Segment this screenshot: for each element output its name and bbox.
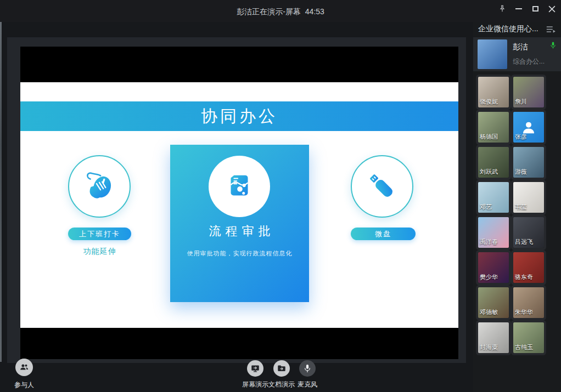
close-icon bbox=[548, 5, 556, 13]
participant-name: 骆东奇 bbox=[515, 273, 533, 281]
participant-name: 古纯玉 bbox=[515, 343, 533, 351]
doc-share-icon bbox=[277, 363, 287, 373]
meeting-timer: 44:53 bbox=[305, 7, 324, 16]
clock-in-feature-circle bbox=[68, 155, 131, 218]
mic-label: 麦克风 bbox=[295, 380, 320, 389]
approval-subtitle: 使用审批功能，实现行政流程信息化 bbox=[170, 249, 309, 258]
participants-label: 参与人 bbox=[7, 380, 42, 390]
participant-tile[interactable]: 朱华华 bbox=[513, 287, 544, 318]
participant-tile[interactable]: 韦莹 bbox=[513, 182, 544, 213]
minimize-button[interactable] bbox=[512, 3, 526, 15]
banner-dash-right bbox=[289, 115, 314, 117]
approval-title: 流程审批 bbox=[170, 223, 309, 240]
participant-name: 詹川 bbox=[515, 98, 527, 106]
presenter-info: 彭洁 综合办公... bbox=[513, 42, 545, 66]
approval-icon-circle bbox=[209, 156, 270, 217]
participant-name: 朱华华 bbox=[515, 308, 533, 316]
window-controls bbox=[495, 3, 559, 15]
participant-tile[interactable]: 游薇 bbox=[513, 147, 544, 178]
doc-share-button[interactable] bbox=[273, 360, 290, 377]
presenting-text: 彭洁正在演示-屏幕 bbox=[237, 7, 301, 16]
participant-tile[interactable]: 禹洋春 bbox=[478, 217, 509, 248]
minimize-icon bbox=[515, 8, 522, 9]
participants-button[interactable] bbox=[15, 359, 33, 376]
participant-name: 游薇 bbox=[515, 168, 527, 176]
screen-share-icon bbox=[250, 363, 260, 373]
screen-share-button[interactable] bbox=[247, 360, 263, 377]
presenting-status: 彭洁正在演示-屏幕44:53 bbox=[0, 7, 561, 17]
participant-name: 禹洋春 bbox=[480, 238, 498, 246]
mic-icon bbox=[302, 363, 312, 373]
presenter-avatar bbox=[478, 39, 507, 69]
maximize-icon bbox=[532, 6, 538, 12]
participant-tile[interactable]: 饶俊妮 bbox=[478, 77, 509, 107]
sidebar-header: 企业微信使用心... bbox=[473, 22, 561, 36]
titlebar: 彭洁正在演示-屏幕44:53 bbox=[0, 0, 561, 22]
participant-name: 杨德国 bbox=[480, 133, 498, 141]
participant-tile[interactable]: 古纯玉 bbox=[513, 322, 544, 353]
participants-sidebar: 企业微信使用心... 彭洁 综合办公... 饶俊妮 bbox=[473, 22, 561, 392]
pin-button[interactable] bbox=[495, 3, 509, 15]
participant-tile[interactable]: 樊少华 bbox=[478, 252, 509, 283]
mic-button[interactable] bbox=[299, 360, 316, 377]
wedisk-button: 微盘 bbox=[351, 228, 416, 240]
participant-tile[interactable]: 刘跃武 bbox=[478, 147, 509, 178]
participant-tile[interactable]: 封海粟 bbox=[478, 322, 509, 353]
banner-dash-left bbox=[165, 115, 190, 117]
doc-share-label: 文档演示 bbox=[264, 380, 299, 389]
people-icon bbox=[19, 362, 30, 373]
participant-name: 韦莹 bbox=[515, 203, 527, 211]
participant-name: 吕远飞 bbox=[515, 238, 533, 246]
participant-name: 邓艺 bbox=[480, 203, 492, 211]
mic-on-icon bbox=[549, 41, 557, 49]
participant-tile[interactable]: 杨德国 bbox=[478, 112, 509, 143]
presenter-name: 彭洁 bbox=[513, 42, 545, 52]
clock-in-button: 上下班打卡 bbox=[68, 228, 131, 240]
participant-tile[interactable]: 邓艺 bbox=[478, 182, 509, 213]
participant-tile[interactable]: 詹川 bbox=[513, 77, 544, 107]
meeting-title: 企业微信使用心... bbox=[478, 24, 546, 34]
list-collapse-icon[interactable] bbox=[546, 25, 557, 34]
wedisk-feature-circle bbox=[351, 155, 413, 218]
mouse-click-icon bbox=[81, 168, 117, 204]
slide-title: 协同办公 bbox=[201, 105, 278, 128]
participant-grid: 饶俊妮 詹川 杨德国 张彦 bbox=[478, 77, 544, 353]
shared-screen-area: 协同办公 上下班打卡 功能延伸 bbox=[0, 22, 473, 392]
beaker-icon bbox=[222, 169, 256, 203]
participant-name: 饶俊妮 bbox=[480, 98, 498, 106]
participant-tile[interactable]: 吕远飞 bbox=[513, 217, 544, 248]
participant-tile[interactable]: 骆东奇 bbox=[513, 252, 544, 283]
pin-icon bbox=[498, 4, 507, 13]
approval-feature-card: 流程审批 使用审批功能，实现行政流程信息化 bbox=[170, 145, 309, 302]
presenter-tile[interactable]: 彭洁 综合办公... bbox=[473, 37, 561, 71]
presentation-slide: 协同办公 上下班打卡 功能延伸 bbox=[20, 47, 458, 359]
participant-name: 张彦 bbox=[515, 133, 527, 141]
feature-caption: 功能延伸 bbox=[68, 247, 131, 257]
maximize-button[interactable] bbox=[528, 3, 542, 15]
participant-tile[interactable]: 邓德敏 bbox=[478, 287, 509, 318]
presenter-department: 综合办公... bbox=[513, 57, 545, 66]
participant-name: 樊少华 bbox=[480, 273, 498, 281]
participant-tile[interactable]: 张彦 bbox=[513, 112, 544, 143]
participant-name: 封海粟 bbox=[480, 343, 498, 351]
usb-drive-icon bbox=[364, 169, 400, 204]
presentation-panel: 协同办公 上下班打卡 功能延伸 bbox=[7, 37, 466, 363]
participant-name: 邓德敏 bbox=[480, 308, 498, 316]
participant-name: 刘跃武 bbox=[480, 168, 498, 176]
slide-banner: 协同办公 bbox=[20, 101, 458, 131]
slide-letterbox-bottom bbox=[20, 328, 458, 359]
close-button[interactable] bbox=[545, 3, 559, 15]
